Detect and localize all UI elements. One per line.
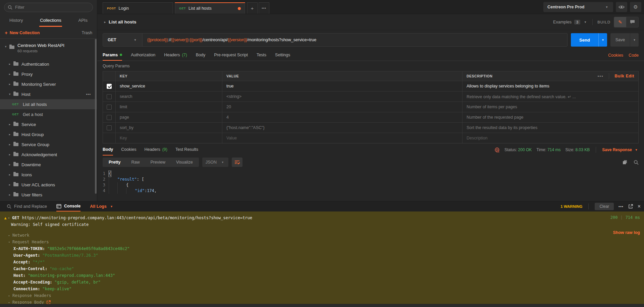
cookies-link[interactable]: Cookies xyxy=(608,53,623,58)
caret-icon[interactable]: ▾ xyxy=(7,93,12,96)
param-checkbox[interactable] xyxy=(107,105,112,110)
param-value-cell[interactable]: 20 xyxy=(222,102,463,112)
filter-input[interactable]: Filter xyxy=(4,3,93,12)
caret-icon[interactable]: ▸ xyxy=(7,153,12,156)
caret-icon[interactable]: ▸ xyxy=(7,173,12,176)
tab-settings[interactable]: Settings xyxy=(275,50,290,61)
caret-icon[interactable]: ▸ xyxy=(7,82,12,86)
environment-selector[interactable]: Centreon Pre Prod ▾ xyxy=(543,2,613,12)
save-dropdown[interactable]: ▾ xyxy=(630,33,639,47)
param-key-cell[interactable]: show_service xyxy=(116,81,222,91)
log-filter-dropdown[interactable]: All Logs ▾ xyxy=(90,201,114,211)
tab-authorization[interactable]: Authorization xyxy=(131,50,155,61)
console-more-button[interactable]: ••• xyxy=(619,204,624,208)
param-description-cell[interactable]: Allows to display services belonging to … xyxy=(463,81,638,91)
show-raw-log-link[interactable]: Show raw log xyxy=(613,230,640,235)
sidebar-item-service-group[interactable]: ▸Service Group xyxy=(0,139,97,149)
console-section-response-headers[interactable]: ▸Response Headers xyxy=(0,292,644,299)
caret-icon[interactable]: ▸ xyxy=(8,301,12,304)
console-tab[interactable]: Console xyxy=(56,201,80,211)
sidebar-item-user-acl-actions[interactable]: ▸User ACL actions xyxy=(0,180,97,190)
param-value-cell[interactable]: {"host.name":"ASC"} xyxy=(222,123,463,133)
wrap-text-button[interactable] xyxy=(232,158,243,167)
request-tab-list-all-hosts[interactable]: GETList all hosts xyxy=(175,2,245,14)
sidebar-item-get-a-host[interactable]: GETGet a host xyxy=(0,109,97,119)
close-console-button[interactable]: × xyxy=(638,203,641,209)
copy-button[interactable] xyxy=(623,160,628,165)
tab-headers[interactable]: Headers(7) xyxy=(164,50,187,61)
param-value-cell[interactable]: true xyxy=(222,81,463,91)
tab-params[interactable]: Params xyxy=(103,50,122,61)
caret-icon[interactable]: ▸ xyxy=(8,294,12,297)
param-description-cell[interactable]: Sort the resulted data by its properties xyxy=(463,123,638,133)
param-description-cell[interactable]: Description xyxy=(463,133,638,143)
comment-button[interactable] xyxy=(626,17,638,27)
caret-icon[interactable]: ▸ xyxy=(8,234,12,237)
save-button[interactable]: Save xyxy=(610,33,630,47)
caret-icon[interactable]: ▸ xyxy=(7,133,12,136)
method-selector[interactable]: GET ▾ xyxy=(103,34,143,46)
search-response-button[interactable] xyxy=(634,160,639,165)
caret-icon[interactable]: ▸ xyxy=(7,143,12,146)
console-log[interactable]: ▲▾GEThttps://monitoring-preprod.company.… xyxy=(0,211,644,307)
param-checkbox[interactable] xyxy=(107,94,112,99)
sidebar-item-downtime[interactable]: ▸Downtime xyxy=(0,160,97,170)
sidebar-item-list-all-hosts[interactable]: GETList all hosts xyxy=(0,99,97,109)
param-value-cell[interactable]: <string> xyxy=(222,91,463,102)
param-value-cell[interactable]: 4 xyxy=(222,112,463,122)
sidebar-item-authentication[interactable]: ▸Authentication xyxy=(0,59,97,69)
response-body-viewer[interactable]: 1{2"result": [3{4"id": 174, xyxy=(97,169,644,201)
sidebar-item-proxy[interactable]: ▸Proxy xyxy=(0,69,97,79)
response-tab-headers[interactable]: Headers(9) xyxy=(144,144,167,156)
caret-icon[interactable]: ▾ xyxy=(3,45,8,48)
caret-icon[interactable]: ▸ xyxy=(7,123,12,126)
sidebar-item-user-filters[interactable]: ▸User filters xyxy=(0,190,97,200)
tab-options-button[interactable]: ••• xyxy=(259,2,269,14)
sidebar-item-icons[interactable]: ▸Icons xyxy=(0,170,97,180)
send-dropdown[interactable]: ▾ xyxy=(598,33,607,47)
response-tab-test-results[interactable]: Test Results xyxy=(175,144,198,156)
table-options-button[interactable]: ••• xyxy=(598,74,604,78)
param-key-cell[interactable]: page xyxy=(116,112,222,122)
response-tab-body[interactable]: Body xyxy=(103,144,113,156)
examples-dropdown[interactable]: Examples 3 ▾ xyxy=(553,20,588,24)
sidebar-item-service[interactable]: ▸Service xyxy=(0,119,97,129)
collapse-caret-icon[interactable]: ▸ xyxy=(103,20,107,24)
sidebar-tab-collections[interactable]: Collections xyxy=(39,15,62,27)
caret-icon[interactable]: ▸ xyxy=(7,163,12,166)
open-in-new-window-button[interactable] xyxy=(628,204,633,209)
caret-icon[interactable]: ▾ xyxy=(8,217,12,220)
console-section-network[interactable]: ▸Network xyxy=(0,232,644,239)
tab-pre-request-script[interactable]: Pre-request Script xyxy=(214,50,248,61)
param-value-cell[interactable]: Value xyxy=(222,133,463,143)
find-and-replace-button[interactable]: Find and Replace xyxy=(7,201,47,211)
caret-icon[interactable]: ▾ xyxy=(8,241,12,244)
view-pretty[interactable]: Pretty xyxy=(103,158,126,166)
edit-mode-button[interactable]: ✎ xyxy=(614,17,626,27)
new-tab-button[interactable]: + xyxy=(247,2,258,14)
new-collection-button[interactable]: +New Collection xyxy=(5,30,40,36)
param-key-cell[interactable]: limit xyxy=(116,102,222,112)
network-warning-icon[interactable] xyxy=(494,147,500,152)
sidebar-tab-history[interactable]: History xyxy=(9,15,23,27)
param-description-cell[interactable]: Retrieve only data matching the defined … xyxy=(463,91,638,102)
console-section-request-headers[interactable]: ▾Request Headers xyxy=(0,239,644,245)
sidebar-item-host-group[interactable]: ▸Host Group xyxy=(0,129,97,139)
console-request-line[interactable]: ▲▾GEThttps://monitoring-preprod.company.… xyxy=(0,214,644,221)
tab-tests[interactable]: Tests xyxy=(257,50,266,61)
collection-root[interactable]: ▾Centreon Web RestAPI60 requests xyxy=(0,41,97,59)
settings-button[interactable]: ⚙ xyxy=(630,2,641,12)
param-key-cell[interactable]: Key xyxy=(116,133,222,143)
caret-icon[interactable]: ▸ xyxy=(7,72,12,76)
clear-console-button[interactable]: Clear xyxy=(595,203,614,210)
save-response-button[interactable]: Save Response▾ xyxy=(602,147,639,152)
send-button[interactable]: Send xyxy=(571,33,598,47)
bulk-edit-button[interactable]: Bulk Edit xyxy=(614,74,634,78)
environment-quick-look-button[interactable] xyxy=(616,2,627,12)
tab-body[interactable]: Body xyxy=(196,50,206,61)
sidebar-tab-apis[interactable]: APIs xyxy=(78,15,88,27)
param-checkbox[interactable] xyxy=(107,115,112,120)
sidebar-item-host[interactable]: ▾Host••• xyxy=(0,89,97,99)
caret-icon[interactable]: ▸ xyxy=(7,183,12,186)
sidebar-item-acknowledgement[interactable]: ▸Acknowledgement xyxy=(0,149,97,160)
